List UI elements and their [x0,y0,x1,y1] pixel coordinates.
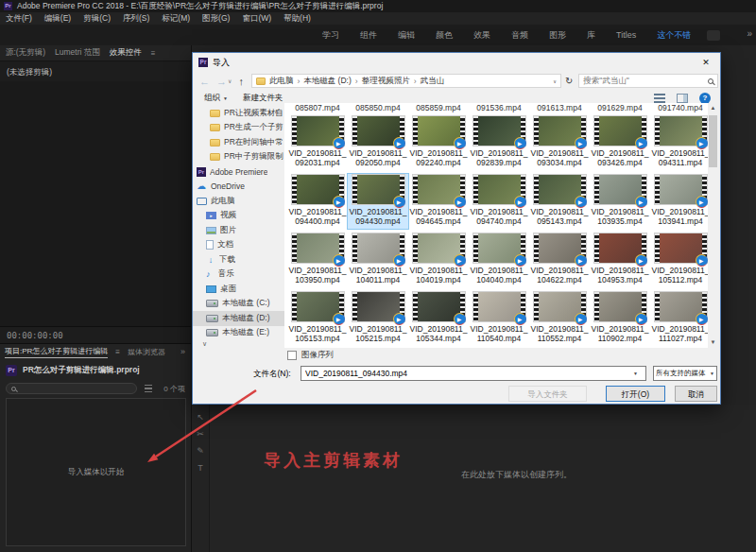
file-item[interactable]: ▶VID_20190811_110540.mp4 [469,291,529,346]
open-button[interactable]: 打开(O) [606,386,665,402]
panel-overflow-icon[interactable]: » [180,347,185,356]
menu-item-1[interactable]: 编辑(E) [44,13,71,25]
import-folder-button[interactable]: 导入文件夹 [508,386,587,402]
file-item[interactable]: ▶VID_20190811_105344.mp4 [408,291,469,346]
workspace-tab-6[interactable]: 图形 [539,29,576,42]
sidebar-item-14[interactable]: 本地磁盘 (D:) [193,311,284,326]
close-icon[interactable]: ✕ [692,53,720,72]
file-item[interactable]: ▶VID_20190811_105112.mp4 [650,233,708,287]
workspace-tab-8[interactable]: Titles [606,30,646,40]
tool-icon-2[interactable]: ✎ [197,446,204,456]
sidebar-item-15[interactable]: 本地磁盘 (E:) [193,326,284,341]
file-item-partial[interactable]: 091740.mp4 [650,103,708,113]
file-item-partial[interactable]: 085859.mp4 [408,103,469,113]
file-item[interactable]: ▶VID_20190811_094430.mp4 [348,174,408,229]
file-item[interactable]: ▶VID_20190811_105215.mp4 [348,291,408,346]
menu-item-0[interactable]: 文件(F) [6,13,32,25]
workspace-tab-5[interactable]: 音频 [501,29,539,42]
panel-menu-icon[interactable]: ≡ [115,348,120,356]
sidebar-scroll-down-icon[interactable]: ∨ [202,340,207,348]
workspace-extra-tab[interactable] [707,30,720,41]
workspace-tab-3[interactable]: 颜色 [425,29,463,42]
refresh-icon[interactable]: ↻ [565,76,573,86]
file-item[interactable]: ▶VID_20190811_104019.mp4 [408,233,469,287]
monitor-tab-2[interactable]: 效果控件 [110,47,142,59]
breadcrumb-segment-1[interactable]: 本地磁盘 (D:) [303,76,352,87]
sidebar-item-10[interactable]: 下载 [193,252,284,267]
file-item[interactable]: ▶VID_20190811_092240.mp4 [408,115,469,170]
menu-item-5[interactable]: 图形(G) [202,13,230,25]
forward-icon[interactable]: → [216,75,227,88]
project-search-input[interactable] [6,383,137,394]
menu-item-6[interactable]: 窗口(W) [242,13,271,25]
file-item[interactable]: ▶VID_20190811_094645.mp4 [408,174,469,229]
sidebar-item-5[interactable]: OneDrive [193,180,284,195]
breadcrumb-segment-3[interactable]: 武当山 [420,76,444,87]
menu-item-2[interactable]: 剪辑(C) [83,13,111,25]
sidebar-item-3[interactable]: PR中子剪辑限制 [193,150,284,165]
back-icon[interactable]: ← [199,75,210,88]
sidebar-item-12[interactable]: 桌面 [193,282,284,297]
file-item-partial[interactable]: 091536.mp4 [469,103,529,113]
help-icon[interactable]: ? [699,93,711,104]
file-item-partial[interactable]: 085807.mp4 [287,103,348,113]
up-icon[interactable]: ↑ [238,75,244,88]
file-item[interactable]: ▶VID_20190811_103950.mp4 [287,233,348,287]
sidebar-item-8[interactable]: 图片 [193,223,284,238]
monitor-tab-0[interactable]: 源:(无剪辑) [6,47,45,59]
sidebar-item-1[interactable]: PR生成一个子剪 [193,121,284,136]
scroll-down-icon[interactable]: ▼ [708,337,718,348]
filename-dropdown-icon[interactable]: ▼ [633,371,638,376]
list-view-icon[interactable] [145,385,152,393]
sidebar-item-6[interactable]: 此电脑 [193,194,284,209]
project-file-name[interactable]: PR怎么对子剪辑进行编辑.prproj [23,365,140,376]
file-grid-scrollbar[interactable]: ▲ ▼ [708,103,718,348]
file-item-partial[interactable]: 091629.mp4 [590,103,650,113]
menu-item-3[interactable]: 序列(S) [123,13,149,25]
monitor-tab-1[interactable]: Lumetri 范围 [55,47,100,59]
breadcrumb-segment-0[interactable]: 此电脑 [269,76,294,87]
organize-button[interactable]: 组织 [204,93,220,104]
file-item[interactable]: ▶VID_20190811_094400.mp4 [287,174,348,229]
sidebar-item-0[interactable]: PR让视频素材自 [193,106,284,121]
sidebar-item-13[interactable]: 本地磁盘 (C:) [193,297,284,312]
workspace-tab-7[interactable]: 库 [576,29,606,42]
file-item[interactable]: ▶VID_20190811_095143.mp4 [529,174,590,229]
new-folder-button[interactable]: 新建文件夹 [243,93,284,104]
scroll-up-icon[interactable]: ▲ [708,103,718,113]
file-item-partial[interactable]: 091613.mp4 [529,103,590,113]
file-item[interactable]: ▶VID_20190811_110552.mp4 [529,291,590,346]
tool-icon-3[interactable]: T [198,463,203,473]
tool-icon-0[interactable]: ↖ [197,412,204,422]
file-item[interactable]: ▶VID_20190811_104011.mp4 [348,233,408,287]
scrollbar-thumb[interactable] [709,115,717,167]
history-dropdown-icon[interactable]: ∨ [228,78,232,84]
tool-icon-1[interactable]: ✂ [197,429,204,439]
workspace-tab-1[interactable]: 组件 [350,29,387,42]
file-item[interactable]: ▶VID_20190811_092031.mp4 [287,115,348,170]
file-item[interactable]: ▶VID_20190811_111027.mp4 [650,291,708,346]
change-view-icon[interactable] [654,94,665,103]
workspace-overflow-icon[interactable]: » [747,28,752,39]
file-item[interactable]: ▶VID_20190811_093034.mp4 [529,115,590,170]
workspace-tab-9[interactable]: 这个不错 [646,29,701,42]
breadcrumb-dropdown-icon[interactable]: ∨ [553,78,560,84]
sidebar-item-9[interactable]: 文档 [193,238,284,253]
file-item[interactable]: ▶VID_20190811_105153.mp4 [287,291,348,346]
preview-pane-icon[interactable] [677,94,688,103]
sidebar-item-7[interactable]: ▸视频 [193,209,284,224]
workspace-tab-4[interactable]: 效果 [463,29,501,42]
search-input[interactable]: 搜索"武当山" [578,74,718,88]
file-item[interactable]: ▶VID_20190811_092050.mp4 [348,115,408,170]
file-item[interactable]: ▶VID_20190811_103941.mp4 [650,174,708,229]
sidebar-item-4[interactable]: PrAdobe Premiere [193,164,284,180]
menu-item-4[interactable]: 标记(M) [162,13,190,25]
file-item-partial[interactable]: 085850.mp4 [348,103,408,113]
breadcrumb[interactable]: 此电脑›本地磁盘 (D:)›整理视频照片›武当山 ∨ [251,74,561,88]
file-item[interactable]: ▶VID_20190811_110902.mp4 [590,291,650,346]
menu-item-7[interactable]: 帮助(H) [284,13,311,25]
image-sequence-checkbox[interactable] [287,351,297,360]
file-item[interactable]: ▶VID_20190811_104040.mp4 [469,233,529,287]
cancel-button[interactable]: 取消 [675,386,717,402]
tab-media-browser[interactable]: 媒体浏览器 [128,347,165,357]
